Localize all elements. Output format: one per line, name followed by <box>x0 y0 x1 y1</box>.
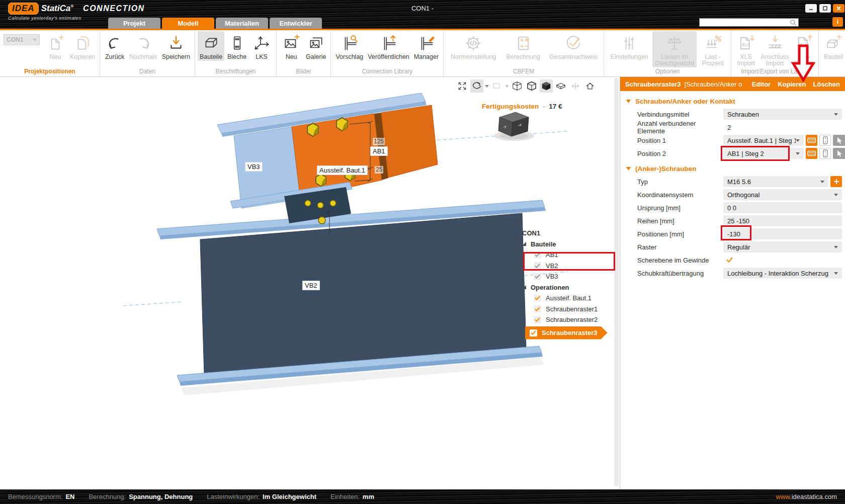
ribbon-group-daten: Zurück Nochmals Speichern Daten <box>100 30 195 76</box>
image-plus-icon <box>283 35 300 52</box>
checkbox-checked-orange[interactable] <box>530 329 537 337</box>
last-prozent-button[interactable]: Last - Prozent <box>697 31 728 67</box>
einstellungen-button[interactable]: Einstellungen <box>607 31 652 61</box>
checkbox-checked-orange[interactable] <box>534 305 541 312</box>
checkbox-checked-orange[interactable] <box>534 295 541 302</box>
lasten-gleichgewicht-toggle[interactable]: Lasten im Gleichgewicht <box>652 31 697 67</box>
speichern-button[interactable]: Speichern <box>160 31 192 61</box>
tab-entwickler[interactable]: Entwickler <box>270 18 322 29</box>
rotate-view-button[interactable] <box>470 79 483 93</box>
gesamtnachweis-button[interactable]: Gesamtnachweis <box>546 31 601 61</box>
checkbox-checked-gray[interactable] <box>534 262 541 269</box>
bolt-type-select[interactable]: M16 5.6 <box>723 176 828 187</box>
position2-pick-button[interactable] <box>833 148 845 159</box>
position1-select[interactable]: Aussteif. Baut.1 | Steg 1 <box>723 135 804 146</box>
navigation-cube[interactable]: -Y -X <box>490 108 539 144</box>
position2-select[interactable]: AB1 | Steg 2 <box>723 148 804 159</box>
minimize-button[interactable] <box>805 4 817 13</box>
kopieren-position-button[interactable]: Kopieren <box>68 31 97 61</box>
bauteile-labels-toggle[interactable]: Bauteile <box>198 31 224 61</box>
search-input[interactable] <box>700 19 790 26</box>
schubkraft-select[interactable]: Lochleibung - Interaktion Scherzug <box>723 268 842 279</box>
normeinstellung-button[interactable]: Normeinstellung <box>446 31 500 61</box>
editor-button[interactable]: Editor <box>752 80 771 88</box>
position1-plate-face-button[interactable] <box>806 135 817 146</box>
ribbon-group-connection-library: Vorschlag Veröffentlichen Manager Connec… <box>331 30 444 76</box>
info-button[interactable]: i <box>832 17 843 27</box>
galerie-button[interactable]: Galerie <box>304 31 328 61</box>
position2-plate-face-button[interactable] <box>806 148 817 159</box>
neu-bauteil-button[interactable]: Bauteil <box>821 31 845 61</box>
tree-item-vb2[interactable]: VB2 <box>518 261 620 272</box>
plate-vertical-icon <box>822 149 828 157</box>
chevron-down-icon[interactable] <box>485 85 489 88</box>
row-position-2: Position 2 AB1 | Steg 2 <box>620 147 845 160</box>
solid-view-button[interactable] <box>540 79 553 93</box>
tab-projekt[interactable]: Projekt <box>108 18 160 29</box>
berechnung-button[interactable]: Berechnung <box>501 31 545 61</box>
window-title: CON1 - <box>411 5 434 12</box>
checkbox-checked-gray[interactable] <box>534 251 541 259</box>
bleche-labels-toggle[interactable]: Bleche <box>225 31 249 61</box>
chevron-down-icon[interactable] <box>505 85 509 88</box>
bild-neu-button[interactable]: Neu <box>279 31 303 61</box>
scherebene-checkbox-checked[interactable] <box>723 256 733 265</box>
ursprung-input[interactable]: 0 0 <box>723 202 842 213</box>
tree-root-con1[interactable]: CON1 <box>518 228 620 239</box>
maximize-button[interactable] <box>819 4 831 13</box>
tab-modell[interactable]: Modell <box>162 18 214 29</box>
tree-item-schraubenraster1[interactable]: Schraubenraster1 <box>518 304 620 315</box>
section-view-button[interactable] <box>554 79 567 93</box>
connection-upload-icon <box>379 35 398 52</box>
xls-import-button[interactable]: XLS XLS Import <box>734 31 758 67</box>
zoom-window-button[interactable] <box>490 79 503 93</box>
section-schrauben-anker[interactable]: Schrauben/Anker oder Kontakt <box>620 95 845 108</box>
tree-branch-operationen[interactable]: Operationen <box>518 282 620 293</box>
tree-item-aussteif-baut1[interactable]: Aussteif. Baut.1 <box>518 293 620 304</box>
search-box <box>699 18 799 27</box>
box-3d-icon <box>203 35 220 52</box>
tree-expander-icon[interactable] <box>522 242 526 246</box>
position1-pick-button[interactable] <box>833 135 845 146</box>
add-bolt-type-button[interactable] <box>830 176 842 187</box>
tree-branch-bauteile[interactable]: Bauteile <box>518 239 620 250</box>
tree-item-schraubenraster2[interactable]: Schraubenraster2 <box>518 314 620 325</box>
vorschlag-button[interactable]: Vorschlag <box>333 31 365 61</box>
nochmals-button[interactable]: Nochmals <box>127 31 159 61</box>
zoom-fit-button[interactable] <box>456 79 469 93</box>
annotation-arrow-down <box>791 44 816 82</box>
tree-expander-icon[interactable] <box>522 285 526 289</box>
position1-plate-edge-button[interactable] <box>819 135 831 146</box>
origin-axes-button[interactable] <box>569 79 582 93</box>
raster-select[interactable]: Regulär <box>723 241 842 253</box>
reihen-input[interactable]: 25 -150 <box>723 215 842 226</box>
manager-button[interactable]: Manager <box>412 31 441 61</box>
shaded-view-button[interactable] <box>525 79 538 93</box>
checkbox-checked-gray[interactable] <box>534 273 541 280</box>
lks-toggle[interactable]: LKS <box>249 31 274 61</box>
position2-plate-edge-button[interactable] <box>819 148 831 159</box>
section-anker-schrauben[interactable]: (Anker-)Schrauben <box>620 162 845 175</box>
model-viewport[interactable]: Fertigungskosten - 17 € -Y -X VB3 Ausste… <box>0 77 620 489</box>
website-link[interactable]: www.ideastatica.com <box>776 493 837 500</box>
neu-position-button[interactable]: Neu <box>43 31 67 61</box>
project-position-combo[interactable]: CON1 <box>4 34 40 45</box>
positionen-input[interactable]: -130 <box>723 228 842 239</box>
viewport-scrollbar[interactable] <box>614 78 619 486</box>
zurueck-button[interactable]: Zurück <box>103 31 127 61</box>
wireframe-view-button[interactable] <box>511 79 524 93</box>
tree-item-ab1[interactable]: AB1 <box>518 249 620 261</box>
close-button[interactable] <box>833 4 844 13</box>
checkbox-checked-orange[interactable] <box>534 316 541 323</box>
loeschen-button[interactable]: Löschen <box>813 80 840 88</box>
veroeffentlichen-button[interactable]: Veröffentlichen <box>366 31 411 61</box>
verbindungsmittel-select[interactable]: Schrauben <box>723 109 842 120</box>
group-label: Bilder <box>279 68 328 76</box>
cube-section-icon <box>555 80 566 92</box>
anschluss-import-button[interactable]: Anschluss Import <box>758 31 791 67</box>
koordinatensystem-select[interactable]: Orthogonal <box>723 189 842 200</box>
tab-materialien[interactable]: Materialien <box>216 18 268 29</box>
tree-item-schraubenraster3-selected[interactable]: Schraubenraster3 <box>518 325 620 341</box>
home-view-button[interactable] <box>583 79 597 93</box>
tree-item-vb3[interactable]: VB3 <box>518 271 620 282</box>
